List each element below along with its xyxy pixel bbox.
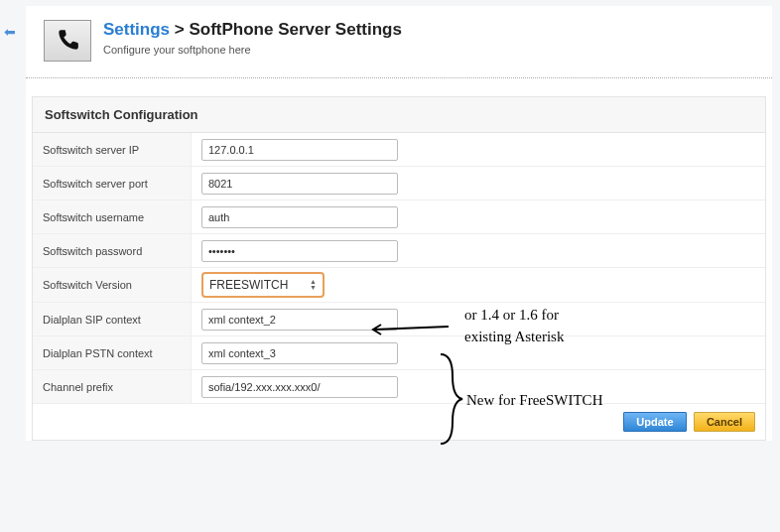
select-version[interactable]: FREESWITCH ▲▼ bbox=[201, 272, 325, 298]
label-channel-prefix: Channel prefix bbox=[33, 370, 192, 403]
label-username: Softswitch username bbox=[33, 200, 192, 233]
annotation-brace bbox=[437, 352, 464, 446]
annotation-arrow bbox=[369, 323, 458, 336]
page-header: Settings > SoftPhone Server Settings Con… bbox=[26, 6, 772, 69]
page-title: SoftPhone Server Settings bbox=[189, 20, 401, 39]
chevron-updown-icon: ▲▼ bbox=[310, 279, 317, 291]
input-server-ip[interactable] bbox=[201, 139, 398, 161]
input-server-port[interactable] bbox=[201, 173, 398, 195]
config-panel: Softswitch Configuration Softswitch serv… bbox=[32, 96, 766, 441]
update-button[interactable]: Update bbox=[623, 412, 686, 432]
button-row: Update Cancel bbox=[33, 404, 765, 440]
divider bbox=[26, 77, 772, 78]
breadcrumb-link-settings[interactable]: Settings bbox=[103, 20, 170, 39]
page-container: Settings > SoftPhone Server Settings Con… bbox=[26, 6, 772, 441]
input-pstn-context[interactable] bbox=[201, 342, 398, 364]
phone-icon bbox=[44, 20, 91, 62]
breadcrumb: Settings > SoftPhone Server Settings bbox=[103, 20, 402, 40]
label-server-ip: Softswitch server IP bbox=[33, 133, 192, 166]
label-server-port: Softswitch server port bbox=[33, 167, 192, 200]
page-subtitle: Configure your softphone here bbox=[103, 44, 402, 56]
select-version-value: FREESWITCH bbox=[209, 278, 288, 292]
input-password[interactable] bbox=[201, 240, 398, 262]
cancel-button[interactable]: Cancel bbox=[694, 412, 755, 432]
input-channel-prefix[interactable] bbox=[201, 376, 398, 398]
label-pstn-context: Dialplan PSTN context bbox=[33, 336, 192, 369]
back-arrow-icon[interactable]: ⬅ bbox=[4, 24, 16, 40]
svg-line-0 bbox=[374, 327, 449, 330]
label-version: Softswitch Version bbox=[33, 268, 192, 302]
label-password: Softswitch password bbox=[33, 234, 192, 267]
input-username[interactable] bbox=[201, 206, 398, 228]
breadcrumb-separator: > bbox=[175, 20, 185, 39]
label-sip-context: Dialplan SIP context bbox=[33, 303, 192, 335]
panel-title: Softswitch Configuration bbox=[33, 97, 765, 133]
